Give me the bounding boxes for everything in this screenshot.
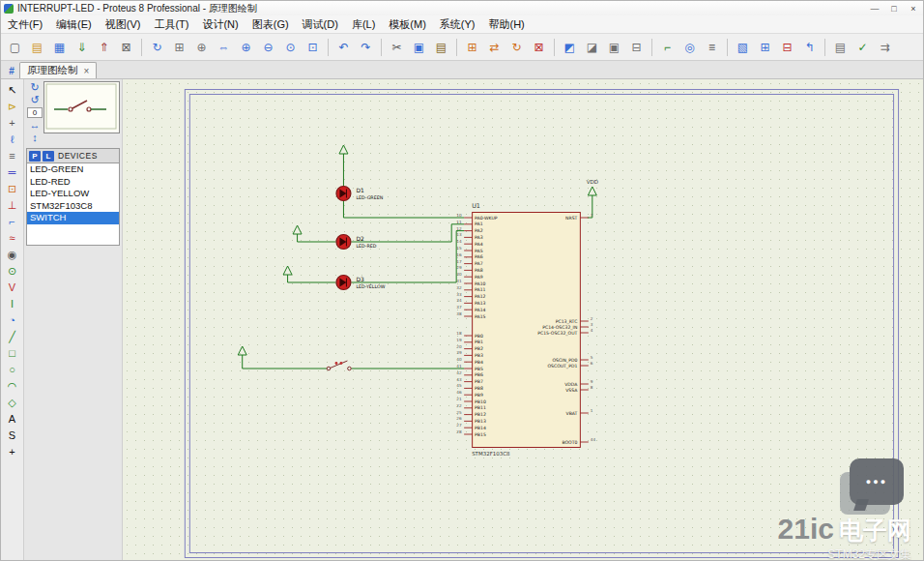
device-item-switch[interactable]: SWITCH xyxy=(27,212,119,224)
maximize-button[interactable]: □ xyxy=(884,4,904,14)
circle-2d-icon[interactable]: ○ xyxy=(3,362,22,377)
redo-icon[interactable]: ↷ xyxy=(356,37,376,57)
zoom-in-icon[interactable]: ⊕ xyxy=(236,37,256,57)
mirror-vertical-icon[interactable]: ↕ xyxy=(27,132,43,144)
wire[interactable] xyxy=(288,279,336,282)
menu-graph[interactable]: 图表(G) xyxy=(245,16,296,33)
text-2d-icon[interactable]: A xyxy=(3,411,22,427)
zoom-out-icon[interactable]: ⊖ xyxy=(258,37,278,57)
zoom-all-icon[interactable]: ⊙ xyxy=(280,37,301,57)
instrument-mode-icon[interactable]: ◔ xyxy=(3,312,22,328)
cut-icon[interactable]: ✂ xyxy=(387,37,407,57)
block-copy-icon[interactable]: ⊞ xyxy=(462,37,482,57)
tape-recorder-mode-icon[interactable]: ◉ xyxy=(3,247,22,262)
graph-mode-icon[interactable]: ≈ xyxy=(3,230,22,246)
schematic-canvas[interactable]: VDDU1STM32F103C810PA0-WKUP11PA112PA213PA… xyxy=(123,79,923,561)
wire-label-mode-icon[interactable]: ℓ xyxy=(3,132,22,147)
packaging-tool-icon[interactable]: ▣ xyxy=(604,37,624,57)
symbol-2d-icon[interactable]: S xyxy=(3,428,22,443)
device-item-led-green[interactable]: LED-GREEN xyxy=(27,163,119,176)
device-item-led-yellow[interactable]: LED-YELLOW xyxy=(27,188,119,200)
menu-tool[interactable]: 工具(T) xyxy=(147,16,195,33)
property-assignment-icon[interactable]: ≡ xyxy=(702,37,722,57)
block-move-icon[interactable]: ⇄ xyxy=(484,37,505,57)
block-rotate-icon[interactable]: ↻ xyxy=(506,37,527,57)
wire[interactable] xyxy=(351,231,464,282)
marker-2d-icon[interactable]: + xyxy=(3,444,22,459)
goto-parent-sheet-icon[interactable]: ↰ xyxy=(799,37,820,57)
menu-design[interactable]: 设计(N) xyxy=(195,16,245,33)
selection-mode-icon[interactable]: ↖ xyxy=(3,82,22,98)
copy-icon[interactable]: ▣ xyxy=(409,37,429,57)
new-sheet-icon[interactable]: ⊞ xyxy=(755,37,775,57)
text-script-mode-icon[interactable]: ≡ xyxy=(3,148,22,163)
menu-help[interactable]: 帮助(H) xyxy=(482,16,532,33)
subcircuit-mode-icon[interactable]: ⊡ xyxy=(3,181,22,196)
junction-mode-icon[interactable]: + xyxy=(3,115,22,131)
led-d1[interactable]: D1LED-GREEN xyxy=(336,187,384,201)
menu-library[interactable]: 库(L) xyxy=(345,16,382,33)
tab-close-icon[interactable]: × xyxy=(84,66,90,76)
save-project-icon[interactable]: ▦ xyxy=(49,37,70,57)
terminal-mode-icon[interactable]: ⊥ xyxy=(3,197,22,213)
device-item-led-red[interactable]: LED-RED xyxy=(27,176,119,189)
mcu-u1[interactable]: U1STM32F103C810PA0-WKUP11PA112PA213PA314… xyxy=(456,202,595,457)
path-2d-icon[interactable]: ◇ xyxy=(3,395,22,410)
device-pin-mode-icon[interactable]: ⌐ xyxy=(3,214,22,229)
pan-icon[interactable]: ⇔ xyxy=(214,37,234,57)
rotate-clockwise-icon[interactable]: ↻ xyxy=(27,81,43,94)
wire-autorouter-icon[interactable]: ⌐ xyxy=(657,37,678,57)
block-delete-icon[interactable]: ⊠ xyxy=(529,37,549,57)
wire[interactable] xyxy=(351,224,464,242)
menu-template[interactable]: 模板(M) xyxy=(382,16,433,33)
decompose-icon[interactable]: ⊟ xyxy=(626,37,647,57)
pick-devices-button[interactable]: P xyxy=(29,151,41,162)
search-tag-icon[interactable]: ◎ xyxy=(679,37,700,57)
menu-edit[interactable]: 编辑(E) xyxy=(49,16,99,33)
root-sheet-icon[interactable]: # xyxy=(4,64,19,78)
menu-system[interactable]: 系统(Y) xyxy=(433,16,482,33)
power-terminal[interactable] xyxy=(283,266,292,279)
menu-view[interactable]: 视图(V) xyxy=(99,16,148,33)
paste-icon[interactable]: ▤ xyxy=(431,37,451,57)
export-project-icon[interactable]: ⇑ xyxy=(94,37,114,57)
zoom-area-icon[interactable]: ⊡ xyxy=(303,37,323,57)
open-project-icon[interactable]: ▤ xyxy=(27,37,47,57)
undo-icon[interactable]: ↶ xyxy=(333,37,354,57)
power-terminal[interactable] xyxy=(293,225,302,238)
redraw-icon[interactable]: ↻ xyxy=(147,37,167,57)
power-terminal[interactable] xyxy=(339,145,348,158)
minimize-button[interactable]: — xyxy=(865,4,884,14)
remove-sheet-icon[interactable]: ⊟ xyxy=(777,37,797,57)
wire[interactable] xyxy=(343,201,464,218)
pick-parts-icon[interactable]: ◩ xyxy=(560,37,580,57)
new-project-icon[interactable]: ▢ xyxy=(5,37,25,57)
toggle-grid-icon[interactable]: ⊞ xyxy=(169,37,189,57)
close-project-icon[interactable]: ⊠ xyxy=(116,37,136,57)
origin-icon[interactable]: ⊕ xyxy=(191,37,212,57)
schematic-overview-preview[interactable] xyxy=(43,81,120,133)
switch[interactable] xyxy=(327,361,351,370)
menu-debug[interactable]: 调试(D) xyxy=(296,16,345,33)
library-manager-button[interactable]: L xyxy=(43,151,54,162)
box-2d-icon[interactable]: □ xyxy=(3,345,22,361)
design-explorer-icon[interactable]: ▧ xyxy=(733,37,753,57)
close-button[interactable]: × xyxy=(904,4,923,14)
menu-file[interactable]: 文件(F) xyxy=(1,16,49,33)
bus-mode-icon[interactable]: ═ xyxy=(3,164,22,180)
bill-of-materials-icon[interactable]: ▤ xyxy=(830,37,851,57)
arc-2d-icon[interactable]: ◠ xyxy=(3,378,22,394)
rotate-anticlockwise-icon[interactable]: ↺ xyxy=(27,94,43,106)
voltage-probe-mode-icon[interactable]: V xyxy=(3,280,22,295)
tab-schematic-capture[interactable]: 原理图绘制 × xyxy=(19,62,97,78)
import-project-icon[interactable]: ⇓ xyxy=(72,37,92,57)
wire[interactable] xyxy=(298,238,336,242)
netlist-to-pcb-icon[interactable]: ⇉ xyxy=(875,37,895,57)
line-2d-icon[interactable]: ╱ xyxy=(3,329,22,344)
wire[interactable] xyxy=(243,359,327,369)
generator-mode-icon[interactable]: ⊙ xyxy=(3,263,22,279)
make-device-icon[interactable]: ◪ xyxy=(582,37,602,57)
current-probe-mode-icon[interactable]: I xyxy=(3,296,22,311)
power-terminal[interactable] xyxy=(238,346,246,359)
device-item-stm32f103c8[interactable]: STM32F103C8 xyxy=(27,200,119,213)
